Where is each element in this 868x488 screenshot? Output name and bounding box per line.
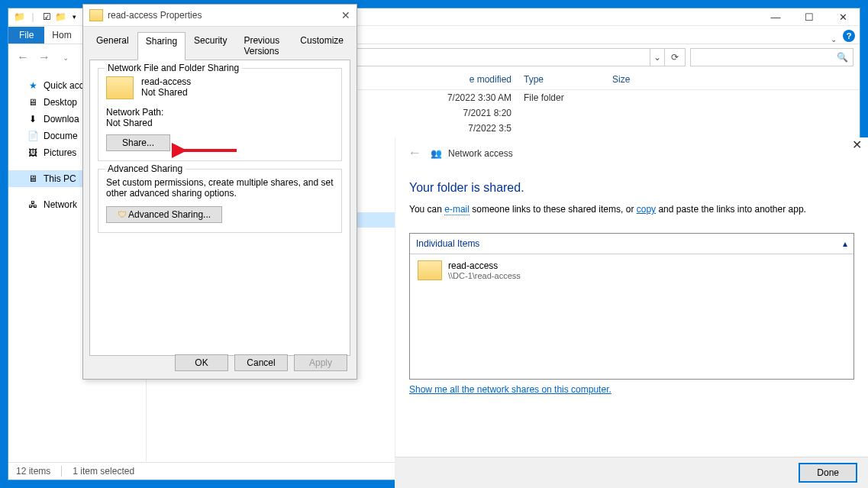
- items-box-header: Individual Items: [416, 238, 479, 249]
- shield-icon: 🛡: [118, 209, 127, 220]
- back-icon[interactable]: ←: [408, 145, 421, 161]
- ribbon-chevron-icon[interactable]: ⌄: [831, 35, 837, 44]
- refresh-icon[interactable]: ⟳: [665, 48, 686, 66]
- maximize-button[interactable]: ☐: [792, 8, 826, 25]
- sidebar-label: Downloa: [44, 114, 79, 124]
- item-name: read-access: [448, 260, 521, 271]
- properties-tab[interactable]: Sharing: [137, 32, 186, 60]
- help-icon[interactable]: ?: [843, 30, 855, 42]
- dialog-title: read-access Properties: [108, 10, 202, 21]
- sidebar-label: Desktop: [44, 97, 77, 108]
- sidebar-icon: 🖼: [27, 147, 39, 159]
- status-count: 12 items: [16, 466, 50, 477]
- home-tab[interactable]: Hom: [44, 27, 79, 44]
- individual-items-box: Individual Items ▴ read-access \\DC-1\re…: [409, 233, 854, 380]
- sidebar-icon: 🖧: [27, 199, 39, 211]
- item-path: \\DC-1\read-access: [448, 271, 521, 280]
- annotation-arrow: [172, 141, 240, 160]
- advanced-sharing-desc: Set custom permissions, create multiple …: [106, 177, 334, 199]
- network-access-panel: ✕ ← 👥 Network access Your folder is shar…: [395, 137, 868, 488]
- file-tab[interactable]: File: [8, 27, 44, 44]
- cancel-button[interactable]: Cancel: [234, 354, 288, 371]
- collapse-icon[interactable]: ▴: [843, 238, 847, 249]
- sidebar-label: Docume: [44, 131, 78, 141]
- sidebar-label: This PC: [44, 173, 76, 184]
- nav-forward-icon[interactable]: →: [36, 50, 53, 64]
- search-icon: 🔍: [837, 52, 848, 63]
- properties-tabs: GeneralSharingSecurityPrevious VersionsC…: [83, 27, 357, 60]
- close-icon[interactable]: ✕: [341, 9, 350, 21]
- sharing-tab-body: Network File and Folder Sharing read-acc…: [89, 60, 350, 356]
- status-selected: 1 item selected: [73, 466, 134, 477]
- nav-back-icon[interactable]: ←: [15, 50, 31, 64]
- close-icon[interactable]: ✕: [852, 137, 862, 152]
- sidebar-label: Quick acc: [44, 80, 84, 91]
- folder-name: read-access: [106, 76, 334, 87]
- folder-icon: [418, 260, 442, 280]
- folder-icon: [106, 76, 134, 99]
- panel-header: Network access: [448, 148, 513, 159]
- advanced-sharing-group: Advanced Sharing Set custom permissions,…: [98, 169, 342, 233]
- properties-dialog: read-access Properties ✕ GeneralSharingS…: [82, 4, 357, 380]
- ok-button[interactable]: OK: [175, 354, 228, 371]
- sidebar-icon: 🖥: [27, 173, 39, 185]
- shared-status: Not Shared: [106, 87, 334, 98]
- properties-tab[interactable]: Security: [186, 31, 235, 60]
- sidebar-label: Pictures: [44, 147, 76, 158]
- minimize-button[interactable]: —: [759, 8, 792, 25]
- properties-icon[interactable]: ☑: [40, 11, 53, 23]
- show-all-shares-link[interactable]: Show me all the network shares on this c…: [409, 384, 611, 395]
- properties-tab[interactable]: Customize: [292, 31, 352, 60]
- group-legend: Advanced Sharing: [105, 163, 186, 174]
- advanced-sharing-button[interactable]: 🛡Advanced Sharing...: [106, 206, 222, 223]
- folder-icon: 📁: [54, 11, 66, 23]
- panel-description: You can e-mail someone links to these sh…: [409, 204, 854, 215]
- qat-dropdown-icon[interactable]: ▾: [68, 11, 80, 23]
- folder-icon: [89, 9, 103, 21]
- properties-tab[interactable]: General: [88, 31, 137, 60]
- col-type[interactable]: Type: [518, 74, 606, 85]
- dialog-buttons: OK Cancel Apply: [175, 354, 347, 371]
- done-button[interactable]: Done: [799, 463, 857, 483]
- copy-link[interactable]: copy: [637, 204, 656, 215]
- search-input[interactable]: 🔍: [690, 48, 853, 66]
- network-path-value: Not Shared: [106, 118, 334, 128]
- sidebar-icon: 🖥: [27, 96, 39, 108]
- people-icon: 👥: [431, 148, 442, 159]
- panel-title: Your folder is shared.: [409, 181, 854, 195]
- dialog-titlebar[interactable]: read-access Properties ✕: [83, 5, 357, 27]
- close-button[interactable]: ✕: [826, 8, 860, 25]
- email-link[interactable]: e-mail: [444, 204, 469, 215]
- panel-footer: Done: [395, 457, 868, 488]
- share-button[interactable]: Share...: [106, 134, 170, 151]
- sidebar-icon: 📄: [27, 130, 39, 142]
- sidebar-icon: ★: [27, 79, 39, 92]
- apply-button[interactable]: Apply: [294, 354, 347, 371]
- col-size[interactable]: Size: [606, 74, 679, 85]
- shared-item-row[interactable]: read-access \\DC-1\read-access: [410, 254, 853, 286]
- divider: |: [27, 11, 39, 23]
- nav-dropdown-icon[interactable]: ⌄: [57, 53, 74, 62]
- sidebar-label: Network: [44, 199, 77, 210]
- address-dropdown-icon[interactable]: ⌄: [650, 48, 665, 66]
- group-legend: Network File and Folder Sharing: [105, 63, 242, 73]
- sidebar-icon: ⬇: [27, 113, 39, 125]
- folder-icon: 📁: [13, 11, 25, 23]
- properties-tab[interactable]: Previous Versions: [235, 31, 292, 60]
- network-path-label: Network Path:: [106, 107, 334, 118]
